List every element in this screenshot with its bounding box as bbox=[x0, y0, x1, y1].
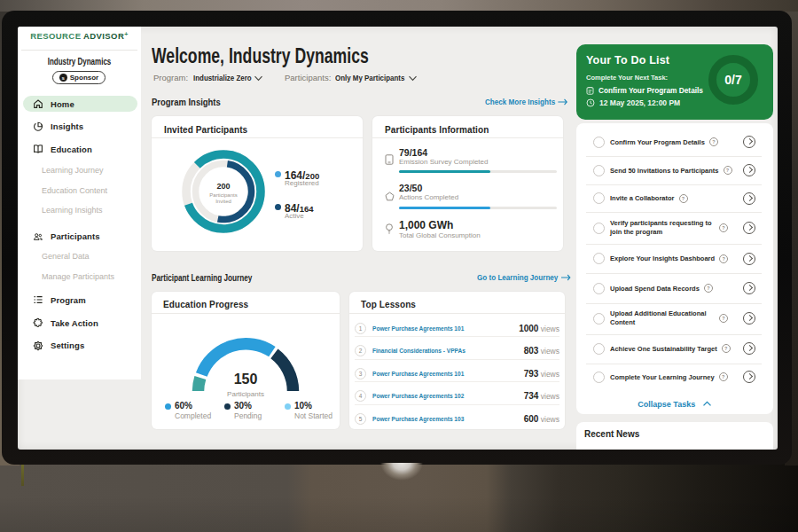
svg-text:200: 200 bbox=[216, 182, 230, 191]
svg-text:Invited: Invited bbox=[215, 199, 231, 204]
svg-text:Participants: Participants bbox=[209, 192, 237, 198]
svg-text:0/7: 0/7 bbox=[724, 73, 742, 87]
